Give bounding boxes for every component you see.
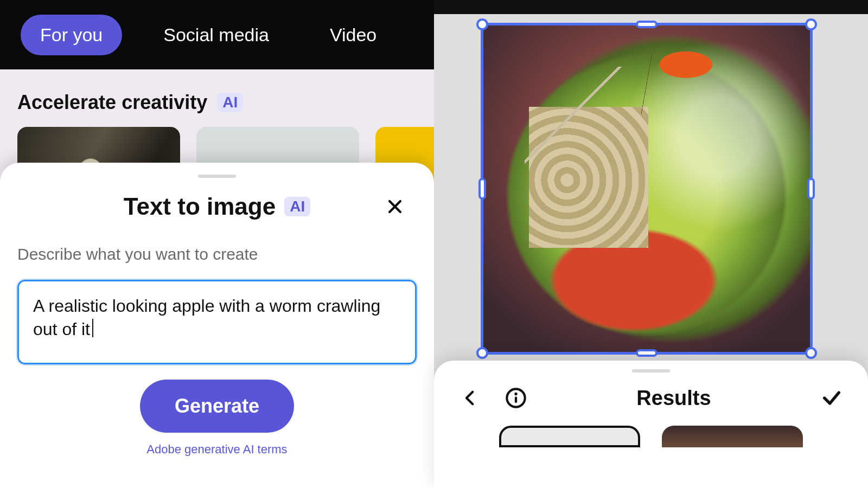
ai-badge: AI	[284, 197, 310, 216]
result-thumbnails	[434, 412, 868, 447]
category-tabbar: For you Social media Video Photo	[0, 0, 434, 69]
tab-social-media[interactable]: Social media	[144, 15, 289, 55]
results-sheet: Results	[434, 361, 868, 488]
generated-image[interactable]	[483, 25, 810, 352]
generate-button[interactable]: Generate	[140, 380, 294, 433]
close-button[interactable]	[383, 195, 407, 219]
prompt-input[interactable]: A realistic looking apple with a worm cr…	[17, 280, 417, 364]
editor-panel: Results	[434, 0, 868, 488]
svg-rect-2	[515, 397, 517, 403]
results-title: Results	[636, 387, 711, 410]
resize-handle-bottom[interactable]	[636, 349, 658, 357]
section-title: Accelerate creativity	[17, 91, 207, 114]
resize-handle-right[interactable]	[807, 178, 815, 200]
resize-handle-br[interactable]	[805, 347, 817, 359]
close-icon	[386, 197, 404, 216]
confirm-button[interactable]	[818, 384, 845, 412]
result-thumbnail[interactable]	[662, 426, 803, 447]
text-caret	[92, 319, 93, 337]
selection-box[interactable]	[481, 23, 813, 355]
section-header: Accelerate creativity AI	[0, 69, 434, 127]
text-to-image-sheet: Text to image AI Describe what you want …	[0, 163, 434, 488]
editor-topbar	[434, 0, 868, 14]
sheet-grabber[interactable]	[198, 175, 236, 178]
tab-for-you[interactable]: For you	[21, 15, 122, 55]
home-panel: For you Social media Video Photo Acceler…	[0, 0, 434, 488]
info-button[interactable]	[502, 384, 529, 412]
canvas[interactable]	[434, 14, 868, 361]
tab-photo[interactable]: Photo	[418, 15, 434, 55]
result-thumbnail-selected[interactable]	[499, 426, 640, 447]
back-button[interactable]	[457, 384, 484, 412]
ai-badge: AI	[217, 93, 243, 112]
sheet-title: Text to image	[124, 193, 276, 220]
resize-handle-tr[interactable]	[805, 18, 817, 30]
prompt-text: A realistic looking apple with a worm cr…	[33, 296, 380, 339]
resize-handle-bl[interactable]	[476, 347, 488, 359]
ai-terms-link[interactable]: Adobe generative AI terms	[17, 442, 417, 457]
chevron-left-icon	[461, 389, 480, 407]
resize-handle-top[interactable]	[636, 21, 658, 28]
sheet-grabber[interactable]	[632, 369, 670, 373]
check-icon	[821, 387, 843, 409]
svg-point-1	[514, 393, 517, 395]
resize-handle-tl[interactable]	[476, 18, 488, 30]
tab-video[interactable]: Video	[310, 15, 396, 55]
info-icon	[505, 387, 527, 409]
prompt-field-label: Describe what you want to create	[17, 245, 417, 264]
resize-handle-left[interactable]	[478, 178, 486, 200]
